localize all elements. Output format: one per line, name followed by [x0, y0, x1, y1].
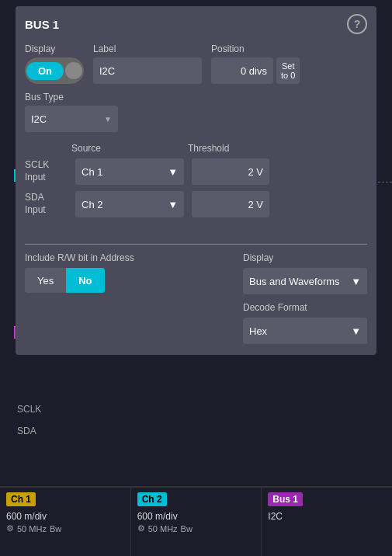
bus-panel: BUS 1 ? Display On Label Position Setto … [16, 6, 376, 355]
display-dropdown-arrow: ▼ [351, 276, 361, 287]
position-input[interactable] [211, 57, 273, 84]
bus-type-dropdown[interactable]: I2C ▼ [25, 106, 118, 132]
sclk-input-label: SCLKInput [25, 159, 68, 183]
display-label-position-row: Display On Label Position Setto 0 [25, 43, 367, 84]
sda-side-label: SDA [17, 426, 36, 436]
sda-row: SDAInput Ch 2 ▼ 2 V [25, 191, 367, 217]
sda-source-arrow: ▼ [168, 199, 178, 210]
decode-format-dropdown[interactable]: Hex ▼ [243, 318, 367, 344]
ch1-bw-label: Bw [50, 524, 61, 533]
bus1-type-value: I2C [268, 509, 386, 523]
rw-group: Include R/W bit in Address Yes No [25, 252, 134, 293]
on-off-toggle[interactable]: On [25, 57, 84, 84]
spacer [25, 228, 367, 244]
yes-button[interactable]: Yes [25, 268, 66, 293]
sclk-source-value: Ch 1 [82, 166, 102, 178]
ch1-knob-icon: ⚙ [6, 523, 14, 533]
decode-arrow: ▼ [351, 325, 361, 337]
ch1-footer-label: Ch 1 [6, 492, 36, 506]
bottom-section: Include R/W bit in Address Yes No Displa… [25, 244, 367, 344]
help-button[interactable]: ? [347, 14, 367, 34]
sclk-side-label: SCLK [17, 404, 41, 415]
label-field-label: Label [93, 43, 202, 54]
decode-format-value: Hex [249, 325, 267, 337]
sda-input-label: SDAInput [25, 192, 68, 216]
st-header-row: Source Threshold [71, 143, 367, 154]
ch2-footer-label: Ch 2 [137, 492, 167, 506]
bus-type-value: I2C [31, 113, 47, 125]
ch2-icons-row: ⚙ 50 MHz Bw [137, 523, 255, 533]
decode-format-group: Decode Format Hex ▼ [243, 302, 367, 344]
sda-source-dropdown[interactable]: Ch 2 ▼ [75, 191, 184, 217]
ch2-footer-item[interactable]: Ch 2 600 m/div ⚙ 50 MHz Bw [131, 488, 262, 556]
sclk-threshold-value[interactable]: 2 V [192, 158, 269, 185]
decode-format-label: Decode Format [243, 302, 367, 313]
panel-title: BUS 1 [25, 18, 59, 31]
source-threshold-section: Source Threshold SCLKInput Ch 1 ▼ 2 V SD… [25, 143, 367, 217]
sda-threshold-value[interactable]: 2 V [192, 191, 269, 217]
label-field-group: Label [93, 43, 202, 84]
display-field-label: Display [25, 43, 84, 54]
toggle-off-indicator [65, 62, 82, 79]
rw-label: Include R/W bit in Address [25, 252, 134, 263]
channel-footer: Ch 1 600 m/div ⚙ 50 MHz Bw Ch 2 600 m/di… [0, 486, 392, 556]
bus1-footer-item[interactable]: Bus 1 I2C [262, 488, 392, 556]
position-group: Setto 0 [211, 57, 300, 84]
ch2-knob-icon: ⚙ [137, 523, 145, 533]
toggle-on-state: On [26, 62, 64, 80]
display-format-group: Display Bus and Waveforms ▼ [243, 252, 367, 294]
bus1-footer-label: Bus 1 [268, 492, 303, 506]
label-input[interactable] [93, 57, 202, 84]
ch2-freq-value: 50 MHz [148, 524, 178, 533]
ch1-footer-item[interactable]: Ch 1 600 m/div ⚙ 50 MHz Bw [0, 488, 131, 556]
rw-display-row: Include R/W bit in Address Yes No Displa… [25, 252, 367, 294]
ch1-icons-row: ⚙ 50 MHz Bw [6, 523, 124, 533]
bus-type-label: Bus Type [25, 92, 367, 103]
bus-type-arrow: ▼ [104, 115, 112, 123]
display-section-label: Display [243, 252, 367, 263]
threshold-col-label: Threshold [188, 143, 265, 154]
source-col-label: Source [71, 143, 180, 154]
ch2-div-value: 600 m/div [137, 509, 255, 523]
sda-source-value: Ch 2 [82, 199, 102, 210]
display-dropdown[interactable]: Bus and Waveforms ▼ [243, 268, 367, 294]
display-dropdown-value: Bus and Waveforms [249, 276, 340, 287]
ch1-div-value: 600 m/div [6, 509, 124, 523]
rw-buttons: Yes No [25, 268, 134, 293]
no-button[interactable]: No [66, 268, 104, 293]
set-to-0-button[interactable]: Setto 0 [276, 57, 300, 84]
sclk-row: SCLKInput Ch 1 ▼ 2 V [25, 158, 367, 185]
ch2-bw-label: Bw [181, 524, 193, 533]
sclk-source-dropdown[interactable]: Ch 1 ▼ [75, 158, 184, 185]
decode-format-row: Decode Format Hex ▼ [25, 302, 367, 344]
display-toggle-group: Display On [25, 43, 84, 84]
position-field-label: Position [211, 43, 300, 54]
sclk-source-arrow: ▼ [168, 166, 178, 178]
ch1-freq-value: 50 MHz [17, 524, 47, 533]
panel-header: BUS 1 ? [25, 14, 367, 34]
position-field-group: Position Setto 0 [211, 43, 300, 84]
bus-type-row: Bus Type I2C ▼ [25, 92, 367, 132]
